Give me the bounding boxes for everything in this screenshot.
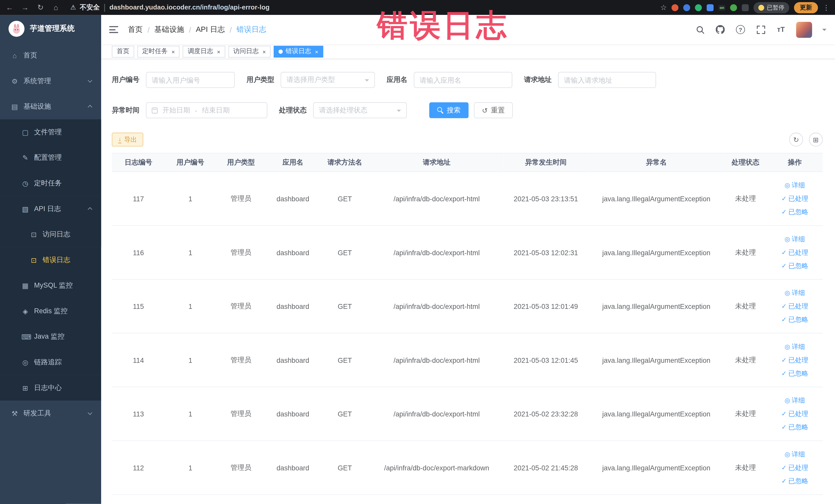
detail-link[interactable]: ◎详细 xyxy=(769,179,821,192)
mark-ignored-link[interactable]: ✓已忽略 xyxy=(769,205,821,219)
browser-menu-icon[interactable]: ⋮ xyxy=(823,3,830,11)
mark-ignored-link[interactable]: ✓已忽略 xyxy=(769,474,821,488)
close-icon[interactable]: × xyxy=(217,48,220,55)
column-settings-button[interactable]: ⊞ xyxy=(809,133,823,147)
sidebar-item-system-management[interactable]: ⚙系统管理 xyxy=(0,68,101,94)
cell-exception: java.lang.IllegalArgumentException xyxy=(588,387,724,441)
request-url-input[interactable] xyxy=(558,72,656,88)
home-icon[interactable]: ⌂ xyxy=(52,3,60,12)
search-button[interactable]: 搜索 xyxy=(429,102,469,118)
mark-processed-link-label: 已处理 xyxy=(788,195,808,202)
mark-ignored-link[interactable]: ✓已忽略 xyxy=(769,259,821,273)
range-separator: - xyxy=(195,106,197,114)
search-button-label: 搜索 xyxy=(447,105,461,115)
cell-user-type: 管理员 xyxy=(216,172,266,226)
sidebar-item-infrastructure[interactable]: ▤基础设施 xyxy=(0,94,101,119)
column-header: 用户编号 xyxy=(165,153,216,172)
cell-url: /api/infra/db-doc/export-html xyxy=(370,387,503,441)
extension-icon[interactable] xyxy=(707,4,714,11)
mark-processed-link[interactable]: ✓已处理 xyxy=(769,407,821,421)
fullscreen-icon[interactable] xyxy=(756,24,766,35)
reset-button[interactable]: ↺ 重置 xyxy=(474,102,513,118)
refresh-button[interactable]: ↻ xyxy=(789,133,803,147)
extension-on-icon[interactable]: on xyxy=(719,5,726,11)
sidebar-item-home[interactable]: ⌂首页 xyxy=(0,43,101,68)
extension-icon[interactable] xyxy=(672,4,679,11)
github-icon[interactable] xyxy=(715,24,725,35)
api-log-icon: ▧ xyxy=(21,205,29,213)
extension-icon[interactable] xyxy=(695,4,702,11)
mark-processed-link[interactable]: ✓已处理 xyxy=(769,300,821,313)
paused-badge[interactable]: 已暂停 xyxy=(754,2,789,13)
extension-icon[interactable] xyxy=(684,4,691,11)
sidebar-item-config-management[interactable]: ✎配置管理 xyxy=(0,145,101,170)
detail-link[interactable]: ◎详细 xyxy=(769,448,821,461)
mark-processed-link[interactable]: ✓已处理 xyxy=(769,192,821,205)
export-button[interactable]: ↓ 导出 xyxy=(112,133,143,147)
sidebar-item-scheduled-tasks[interactable]: ◷定时任务 xyxy=(0,170,101,196)
help-icon[interactable]: ? xyxy=(735,24,746,35)
sidebar-item-error-log[interactable]: ⊡错误日志 xyxy=(0,247,101,273)
extension-pin-icon[interactable] xyxy=(742,4,749,11)
address-bar[interactable]: ⚠ 不安全 | dashboard.yudao.iocoder.cn/infra… xyxy=(67,3,653,12)
breadcrumb-item[interactable]: 首页 xyxy=(128,25,143,34)
sidebar-item-label: 链路追踪 xyxy=(34,357,62,367)
sidebar-item-api-log[interactable]: ▧API 日志 xyxy=(0,196,101,222)
cell-exception: java.lang.IllegalArgumentException xyxy=(588,226,724,280)
app-logo[interactable]: 芋道管理系统 xyxy=(0,15,101,43)
mark-ignored-link[interactable]: ✓已忽略 xyxy=(769,421,821,434)
detail-link[interactable]: ◎详细 xyxy=(769,286,821,300)
mark-processed-link[interactable]: ✓已处理 xyxy=(769,461,821,475)
sidebar-item-mysql-monitor[interactable]: ▦MySQL 监控 xyxy=(0,273,101,298)
detail-link[interactable]: ◎详细 xyxy=(769,394,821,407)
font-size-icon[interactable]: тT xyxy=(776,24,786,35)
devtools-icon: ⚒ xyxy=(11,409,19,417)
app-name-input[interactable] xyxy=(414,72,512,88)
back-icon[interactable]: ← xyxy=(5,3,14,12)
sidebar-item-dev-tools[interactable]: ⚒研发工具 xyxy=(0,401,101,426)
check-icon: ✓ xyxy=(781,369,787,377)
forward-icon[interactable]: → xyxy=(21,3,29,12)
tag-label: 调度日志 xyxy=(188,47,213,56)
sidebar-item-access-log[interactable]: ⊡访问日志 xyxy=(0,222,101,247)
tag-home[interactable]: 首页 xyxy=(112,45,134,57)
reload-icon[interactable]: ↻ xyxy=(36,3,45,12)
sidebar-item-file-management[interactable]: ▢文件管理 xyxy=(0,119,101,145)
breadcrumb-item[interactable]: 基础设施 xyxy=(154,25,184,34)
sidebar-item-log-center[interactable]: ⊞日志中心 xyxy=(0,375,101,401)
hamburger-icon[interactable] xyxy=(109,26,118,33)
cell-url: /api/infra/db-doc/export-html xyxy=(370,279,503,333)
detail-link[interactable]: ◎详细 xyxy=(769,340,821,354)
exception-time-range-picker[interactable]: 开始日期 - 结束日期 xyxy=(146,102,267,118)
user-avatar[interactable] xyxy=(796,22,812,38)
page-content: 用户编号 用户类型 请选择用户类型 应用名 xyxy=(101,59,835,504)
search-icon[interactable] xyxy=(695,24,705,35)
check-icon: ✓ xyxy=(781,248,787,256)
sidebar-item-redis-monitor[interactable]: ◈Redis 监控 xyxy=(0,298,101,324)
extension-leaf-icon[interactable] xyxy=(730,4,737,11)
update-button[interactable]: 更新 xyxy=(794,2,818,13)
close-icon[interactable]: × xyxy=(315,48,318,55)
tag-error-log[interactable]: 错误日志× xyxy=(274,45,323,57)
breadcrumb-item[interactable]: API 日志 xyxy=(196,25,225,34)
process-status-select[interactable]: 请选择处理状态 xyxy=(313,102,407,118)
close-icon[interactable]: × xyxy=(263,48,266,55)
mark-ignored-link[interactable]: ✓已忽略 xyxy=(769,313,821,326)
detail-link[interactable]: ◎详细 xyxy=(769,233,821,246)
tag-access-log[interactable]: 访问日志× xyxy=(228,45,271,57)
sidebar-item-java-monitor[interactable]: ⌨Java 监控 xyxy=(0,324,101,349)
tag-scheduled-tasks[interactable]: 定时任务× xyxy=(137,45,180,57)
user-id-input[interactable] xyxy=(146,72,235,88)
sidebar-item-trace[interactable]: ◎链路追踪 xyxy=(0,349,101,375)
mark-processed-link[interactable]: ✓已处理 xyxy=(769,353,821,367)
bookmark-star-icon[interactable]: ☆ xyxy=(660,3,667,12)
mark-processed-link[interactable]: ✓已处理 xyxy=(769,246,821,259)
mark-ignored-link[interactable]: ✓已忽略 xyxy=(769,367,821,380)
close-icon[interactable]: × xyxy=(171,48,175,55)
table-row: 1171管理员dashboardGET/api/infra/db-doc/exp… xyxy=(112,172,823,226)
tag-schedule-log[interactable]: 调度日志× xyxy=(183,45,225,57)
column-header: 处理状态 xyxy=(724,153,767,172)
avatar-caret-icon[interactable] xyxy=(822,29,827,33)
home-icon: ⌂ xyxy=(11,52,19,59)
user-type-select[interactable]: 请选择用户类型 xyxy=(281,72,375,88)
